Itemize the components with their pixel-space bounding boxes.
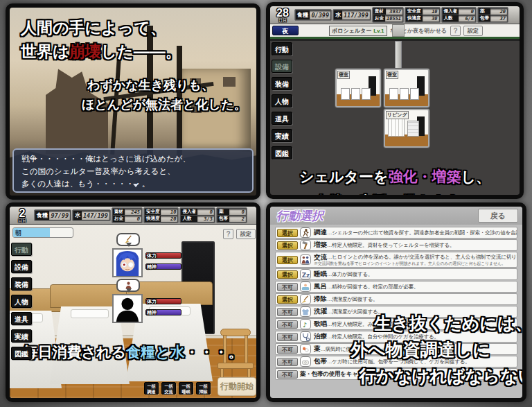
tab-action[interactable]: 行動 [272,42,292,55]
mental-bar: 精神 [145,263,181,270]
action-select-panel: 行動選択 戻る 選択 調達…シェルターの外に出て物資を探す。調達参加者全員の戦闘… [266,202,526,402]
batch-sleep-button[interactable]: 一括睡眠 [179,382,193,395]
unavailable-button[interactable]: 不可 [277,370,298,379]
person-icon [124,281,133,290]
tab-achievements[interactable]: 実績 [11,329,32,343]
materials-money-stat: 資材3937 お金10551 [372,7,404,23]
broom-icon [123,234,134,245]
highlight-food-water: 食糧と水 [126,344,185,360]
survive-caption-line-1: 生き抜くためには、 [374,312,526,335]
batch-clean-button[interactable]: 一括掃除 [196,382,211,395]
unavailable-button[interactable]: 不可 [277,345,298,354]
help-button[interactable]: ? [223,229,233,239]
select-button[interactable]: 選択 [277,241,298,250]
batch-interact-button[interactable]: 一括交流 [161,382,176,395]
medicine-bandage-stat: 薬20 包帯37 [477,7,508,23]
tab-equipment[interactable]: 装備 [272,77,292,90]
tab-tools[interactable]: 道具 [11,312,32,325]
tab-encyclopedia[interactable]: 図鑑 [272,146,292,159]
intro-panel: 人間の手によって、 世界は崩壊した——。 わずかな生き残りも、 ほとんどが無法者… [6,3,260,200]
action-row-interact[interactable]: 選択 交流…ヒロインとの仲を深める。誰かが交流を選択すると、主人公も強制で交流に… [275,252,517,268]
water-stat: 水117/399 [332,9,371,21]
shelf [407,121,419,137]
action-row-bath[interactable]: 不可 風呂…精神が回復する。特定の部屋が必要。 [275,281,517,293]
bed [389,88,398,100]
shelter-caption-line-2: 今後の生活に備えよう！ [270,192,520,199]
food-stat: 食糧0/399 [294,9,332,21]
food-stat: 食糧97/99 [34,209,71,221]
safety-comfort-stat: 安全度10 快適度30 [405,7,441,23]
unavailable-button[interactable]: 不可 [277,333,298,341]
sidebar-tabs: 行動 設備 装備 人物 道具 実績 図鑑 [11,243,32,364]
tab-people[interactable]: 人物 [272,94,292,107]
bed [351,88,360,100]
runner-icon [300,227,311,238]
locker [388,118,405,137]
bandage-icon [300,356,311,367]
select-button[interactable]: 選択 [277,270,298,279]
tab-equipment[interactable]: 装備 [11,277,32,291]
hp-bar: 体力 [145,252,181,259]
shelter-view: 寝室 寝室 リビング シェルターを強化・増築し、 今後の生活に備えよう！ [270,41,520,195]
intro-line-2: 世界は崩壊した——。 [21,41,181,62]
people-stat: 侵入者0 人数6/8 [441,7,477,23]
room-bedroom-1[interactable]: 寝室 [335,69,381,107]
room-label: 寝室 [386,71,398,79]
unavailable-button[interactable]: 不可 [277,320,298,329]
tab-achievements[interactable]: 実績 [272,129,292,142]
character-portrait-silhouette[interactable] [112,294,143,323]
shelter-level: Lv.1 [373,28,384,34]
batch-procure-button[interactable]: 一括調達 [144,382,159,395]
unavailable-button[interactable]: 不可 [277,358,298,366]
window-hole [223,77,236,87]
action-row-build[interactable]: 選択 増築…特定人物限定。資材を使ってシェルターを増築する。 [275,239,517,251]
help-button[interactable]: ? [450,26,461,36]
tab-facilities[interactable]: 設備 [272,60,292,73]
room-bedroom-2[interactable]: 寝室 [384,69,429,107]
time-of-day-bar: 朝 [12,227,73,238]
settings-button[interactable]: 設定 [236,229,256,239]
pill-icon [300,344,311,354]
dialog-box[interactable]: 戦争・・・・・・俺はとっさに逃げ込めたが、 この国のシェルター普及率から考えると… [12,148,254,193]
select-button[interactable]: 選択 [277,229,298,237]
room-living[interactable]: リビング [384,109,429,148]
time-of-day-label: 朝 [13,228,73,238]
back-button[interactable]: 戻る [478,209,518,223]
broom-icon [300,294,311,304]
bath-icon [300,282,311,292]
tab-encyclopedia[interactable]: 図鑑 [11,347,32,360]
room-label: リビング [386,111,409,119]
page-title: 行動選択 [276,208,323,224]
day-counter: 28日目 [272,8,294,22]
start-actions-button[interactable]: 行動開始 [218,377,256,396]
day-counter: 2日目 [11,208,33,223]
action-row-sleep[interactable]: 選択 Zz 睡眠…体力が回復する。 [275,268,517,280]
people-stat: 侵入者0 人数3/3 [179,207,215,223]
settings-button[interactable]: 設定 [463,26,483,36]
action-row-procure[interactable]: 選択 調達…シェルターの外に出て物資を探す。調達参加者全員の戦闘・探索・交渉の値… [275,227,517,239]
unavailable-button[interactable]: 不可 [277,308,298,316]
unavailable-button[interactable]: 不可 [277,283,298,291]
toolbar: 夜 ボロシェルターLv.1 なんとか夜を明かせる ? 設定 [270,24,520,39]
action-row-clean[interactable]: 選択 掃除…清潔度が回復する。 [275,293,517,305]
sidebar-tabs: 行動 設備 装備 人物 道具 実績 図鑑 [272,42,292,164]
shelter-name-chip: ボロシェルターLv.1 [329,26,387,36]
select-button[interactable]: 選択 [277,256,298,264]
character-portrait-girl[interactable] [112,248,143,277]
select-button[interactable]: 選択 [277,295,298,304]
dialog-line: この国のシェルター普及率から考えると、 [21,166,245,178]
svg-text:Zz: Zz [302,271,310,278]
tab-tools[interactable]: 道具 [272,112,292,125]
tab-facilities[interactable]: 設備 [11,260,32,273]
room-label: 寝室 [337,71,350,79]
tab-people[interactable]: 人物 [11,295,32,308]
promo-collage: 人間の手によって、 世界は崩壊した——。 わずかな生き残りも、 ほとんどが無法者… [0,0,532,407]
daily-caption: 毎日消費される食糧と水・・・。 [10,343,256,362]
shelter-caption-line-1: シェルターを強化・増築し、 [270,167,520,187]
materials-money-stat: 資材245 お金0 [112,207,143,223]
status-bar: 2日目 食糧97/99 水147/199 資材245 お金0 安全度10 快適度… [10,207,256,225]
bed [410,88,419,100]
tab-action[interactable]: 行動 [11,243,32,256]
survive-caption-line-3: 行かなければならない。 [359,365,526,388]
hp-bar: 体力 [145,298,181,304]
